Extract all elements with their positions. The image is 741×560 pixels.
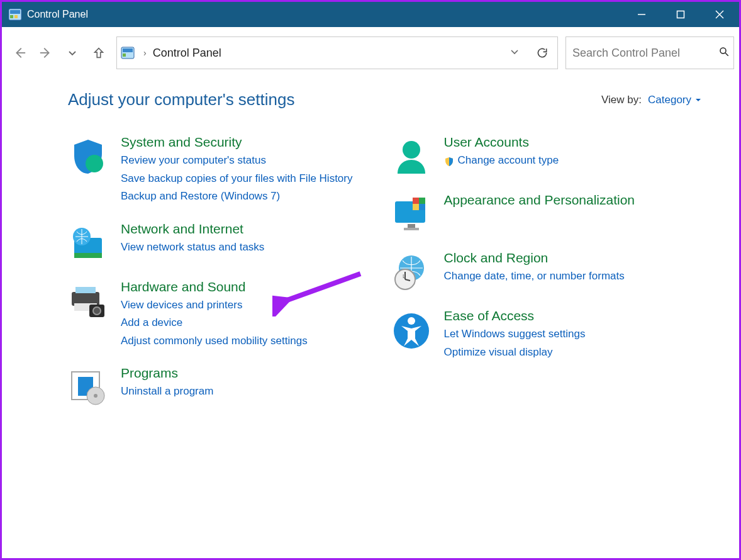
- chevron-down-icon: [695, 98, 701, 103]
- up-button[interactable]: [86, 40, 111, 65]
- view-by: View by: Category: [601, 94, 701, 106]
- svg-rect-11: [123, 48, 133, 52]
- category-clock-region: L Clock and Region Change date, time, or…: [391, 250, 702, 293]
- refresh-button[interactable]: [531, 47, 554, 59]
- user-icon: [391, 137, 432, 177]
- globe-monitor-icon: [68, 224, 108, 264]
- search-icon[interactable]: [718, 46, 730, 60]
- window-title: Control Panel: [27, 9, 88, 20]
- content-area: Adjust your computer's settings View by:…: [2, 71, 739, 423]
- svg-rect-20: [75, 287, 96, 293]
- category-title[interactable]: User Accounts: [444, 135, 529, 150]
- view-by-mode[interactable]: Category: [648, 94, 701, 106]
- category-link[interactable]: Adjust commonly used mobility settings: [121, 333, 308, 349]
- programs-icon: [68, 368, 108, 408]
- svg-rect-2: [10, 15, 13, 18]
- category-title[interactable]: System and Security: [121, 135, 242, 150]
- category-link[interactable]: Let Windows suggest settings: [444, 326, 586, 342]
- category-link[interactable]: View network status and tasks: [121, 239, 264, 255]
- clock-globe-icon: L: [391, 253, 432, 293]
- category-link[interactable]: View devices and printers: [121, 297, 308, 313]
- category-link[interactable]: Change account type: [444, 152, 559, 169]
- maximize-button[interactable]: [661, 2, 700, 27]
- svg-rect-1: [10, 10, 20, 14]
- category-title[interactable]: Network and Internet: [121, 221, 243, 237]
- svg-point-42: [408, 317, 415, 325]
- category-title[interactable]: Clock and Region: [444, 250, 549, 266]
- category-system-security: System and Security Review your computer…: [68, 135, 379, 206]
- left-column: System and Security Review your computer…: [68, 135, 379, 423]
- category-link[interactable]: Backup and Restore (Windows 7): [121, 188, 353, 204]
- address-bar[interactable]: › Control Panel: [116, 36, 558, 69]
- svg-point-23: [93, 307, 101, 315]
- category-link[interactable]: Change date, time, or number formats: [444, 268, 625, 284]
- back-button[interactable]: [7, 40, 32, 65]
- search-box[interactable]: [566, 36, 734, 69]
- titlebar: Control Panel: [2, 2, 739, 27]
- view-by-label: View by:: [601, 94, 642, 106]
- category-link[interactable]: Save backup copies of your files with Fi…: [121, 171, 353, 187]
- category-appearance: Appearance and Personalization: [391, 193, 702, 235]
- svg-point-13: [720, 48, 726, 53]
- page-heading: Adjust your computer's settings: [68, 90, 294, 109]
- category-link[interactable]: Review your computer's status: [121, 152, 353, 169]
- svg-rect-3: [14, 15, 18, 18]
- accessibility-icon: [391, 311, 432, 351]
- monitor-colors-icon: [391, 195, 432, 235]
- forward-button[interactable]: [33, 40, 58, 65]
- svg-rect-5: [677, 11, 684, 18]
- svg-rect-33: [419, 198, 425, 204]
- printer-camera-icon: [68, 282, 108, 322]
- category-network-internet: Network and Internet View network status…: [68, 221, 379, 264]
- category-link[interactable]: Uninstall a program: [121, 383, 213, 400]
- svg-rect-35: [419, 204, 425, 210]
- category-programs: Programs Uninstall a program: [68, 366, 379, 408]
- svg-point-28: [403, 141, 420, 159]
- category-user-accounts: User Accounts Change account type: [391, 135, 702, 177]
- shield-icon: [68, 137, 108, 177]
- close-button[interactable]: [700, 2, 739, 27]
- uac-shield-icon: [444, 155, 454, 165]
- recent-locations-button[interactable]: [60, 40, 85, 65]
- category-title[interactable]: Programs: [121, 366, 178, 381]
- window-controls: [622, 2, 739, 27]
- control-panel-small-icon: [121, 47, 135, 59]
- svg-text:L: L: [403, 273, 406, 279]
- svg-rect-31: [404, 228, 419, 230]
- category-title[interactable]: Appearance and Personalization: [444, 193, 635, 208]
- svg-rect-32: [413, 198, 419, 204]
- category-title[interactable]: Ease of Access: [444, 308, 535, 323]
- svg-rect-12: [123, 53, 126, 57]
- breadcrumb-separator: ›: [143, 48, 147, 58]
- svg-point-27: [94, 394, 98, 398]
- breadcrumb-location[interactable]: Control Panel: [153, 47, 221, 60]
- category-ease-of-access: Ease of Access Let Windows suggest setti…: [391, 308, 702, 362]
- svg-rect-17: [74, 253, 102, 258]
- svg-rect-30: [408, 224, 415, 228]
- control-panel-icon: [8, 8, 22, 21]
- svg-line-14: [725, 53, 728, 56]
- svg-point-15: [86, 155, 103, 172]
- category-hardware-sound: Hardware and Sound View devices and prin…: [68, 279, 379, 351]
- category-title[interactable]: Hardware and Sound: [121, 279, 245, 294]
- navbar: › Control Panel: [7, 35, 734, 71]
- category-link[interactable]: Optimize visual display: [444, 344, 586, 361]
- search-input[interactable]: [572, 47, 718, 60]
- address-dropdown-button[interactable]: [510, 47, 520, 59]
- svg-rect-34: [413, 204, 419, 210]
- minimize-button[interactable]: [622, 2, 661, 27]
- right-column: User Accounts Change account type Appear…: [391, 135, 702, 423]
- category-link[interactable]: Add a device: [121, 315, 308, 331]
